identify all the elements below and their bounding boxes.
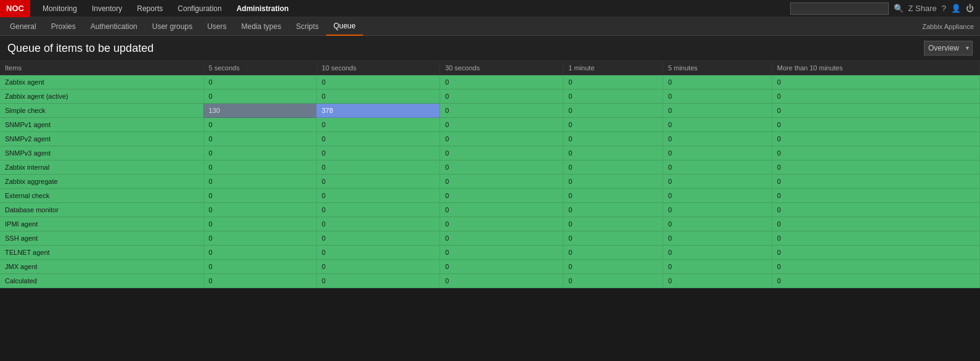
row-cell-3: 0 [563, 89, 663, 104]
nav-inventory[interactable]: Inventory [84, 0, 129, 17]
row-cell-4: 0 [663, 160, 772, 175]
row-cell-1: 0 [316, 217, 439, 231]
row-cell-4: 0 [663, 132, 772, 146]
user-icon[interactable]: 👤 [951, 4, 961, 13]
row-item-name: Zabbix agent (active) [0, 89, 203, 104]
row-cell-0: 0 [203, 89, 316, 104]
row-cell-3: 0 [563, 246, 663, 260]
table-row: IPMI agent000000 [0, 217, 980, 231]
table-row: Zabbix internal000000 [0, 160, 980, 175]
row-cell-5: 0 [772, 175, 979, 189]
row-item-name: SSH agent [0, 231, 203, 246]
row-item-name: Calculated [0, 274, 203, 288]
row-cell-3: 0 [563, 203, 663, 217]
row-cell-0: 0 [203, 118, 316, 132]
row-item-name: TELNET agent [0, 246, 203, 260]
row-item-name: Zabbix agent [0, 75, 203, 89]
row-cell-3: 0 [563, 132, 663, 146]
row-cell-3: 0 [563, 175, 663, 189]
subnav-scripts[interactable]: Scripts [288, 17, 326, 36]
table-row: SSH agent000000 [0, 231, 980, 246]
row-cell-3: 0 [563, 75, 663, 89]
table-row: SNMPv1 agent000000 [0, 118, 980, 132]
top-navigation: NOC Monitoring Inventory Reports Configu… [0, 0, 980, 17]
row-cell-0: 0 [203, 246, 316, 260]
row-cell-2: 0 [440, 189, 563, 203]
row-cell-1: 0 [316, 132, 439, 146]
row-cell-4: 0 [663, 231, 772, 246]
help-icon[interactable]: ? [942, 4, 946, 13]
subnav-proxies[interactable]: Proxies [44, 17, 83, 36]
row-cell-3: 0 [563, 118, 663, 132]
row-cell-3: 0 [563, 231, 663, 246]
row-cell-2: 0 [440, 231, 563, 246]
row-cell-4: 0 [663, 274, 772, 288]
col-5min: 5 minutes [663, 61, 772, 75]
row-cell-0: 0 [203, 260, 316, 274]
nav-administration[interactable]: Administration [229, 0, 296, 17]
row-cell-5: 0 [772, 203, 979, 217]
row-item-name: Zabbix aggregate [0, 175, 203, 189]
row-cell-4: 0 [663, 260, 772, 274]
row-cell-5: 0 [772, 260, 979, 274]
nav-monitoring[interactable]: Monitoring [35, 0, 84, 17]
row-cell-2: 0 [440, 274, 563, 288]
row-cell-4: 0 [663, 89, 772, 104]
subnav-general[interactable]: General [2, 17, 44, 36]
view-select[interactable]: Overview [924, 41, 973, 56]
table-row: Zabbix aggregate000000 [0, 175, 980, 189]
row-cell-3: 0 [563, 146, 663, 160]
table-row: Zabbix agent (active)000000 [0, 89, 980, 104]
search-input[interactable] [790, 2, 889, 15]
row-cell-2: 0 [440, 75, 563, 89]
table-row: Simple check1303780000 [0, 104, 980, 118]
row-cell-4: 0 [663, 146, 772, 160]
row-cell-4: 0 [663, 189, 772, 203]
row-cell-1: 0 [316, 146, 439, 160]
row-item-name: Database monitor [0, 203, 203, 217]
nav-reports[interactable]: Reports [129, 0, 170, 17]
subnav-users[interactable]: Users [200, 17, 234, 36]
search-icon[interactable]: 🔍 [894, 4, 904, 13]
nav-configuration[interactable]: Configuration [170, 0, 229, 17]
power-icon[interactable]: ⏻ [966, 4, 974, 13]
row-cell-0: 0 [203, 175, 316, 189]
col-10sec: 10 seconds [316, 61, 439, 75]
row-cell-4: 0 [663, 175, 772, 189]
row-cell-1: 378 [316, 104, 439, 118]
row-cell-5: 0 [772, 89, 979, 104]
row-cell-1: 0 [316, 189, 439, 203]
row-cell-1: 0 [316, 75, 439, 89]
row-cell-5: 0 [772, 146, 979, 160]
subnav-usergroups[interactable]: User groups [145, 17, 200, 36]
row-cell-5: 0 [772, 104, 979, 118]
row-cell-4: 0 [663, 246, 772, 260]
row-cell-1: 0 [316, 89, 439, 104]
subnav-mediatypes[interactable]: Media types [234, 17, 289, 36]
row-cell-5: 0 [772, 75, 979, 89]
row-cell-2: 0 [440, 118, 563, 132]
row-item-name: SNMPv2 agent [0, 132, 203, 146]
row-cell-2: 0 [440, 175, 563, 189]
row-cell-4: 0 [663, 104, 772, 118]
row-cell-2: 0 [440, 89, 563, 104]
row-cell-4: 0 [663, 203, 772, 217]
subnav-queue[interactable]: Queue [326, 17, 363, 36]
row-cell-4: 0 [663, 75, 772, 89]
row-cell-5: 0 [772, 231, 979, 246]
row-cell-1: 0 [316, 175, 439, 189]
row-cell-0: 0 [203, 146, 316, 160]
row-cell-0: 0 [203, 160, 316, 175]
subnav-authentication[interactable]: Authentication [83, 17, 145, 36]
row-cell-1: 0 [316, 160, 439, 175]
row-cell-1: 0 [316, 274, 439, 288]
share-button[interactable]: Z Share [909, 4, 937, 13]
col-30sec: 30 seconds [440, 61, 563, 75]
row-item-name: SNMPv1 agent [0, 118, 203, 132]
row-cell-0: 0 [203, 203, 316, 217]
row-cell-0: 0 [203, 132, 316, 146]
row-cell-0: 0 [203, 217, 316, 231]
row-item-name: External check [0, 189, 203, 203]
row-item-name: IPMI agent [0, 217, 203, 231]
view-select-wrapper: Overview [924, 41, 973, 56]
